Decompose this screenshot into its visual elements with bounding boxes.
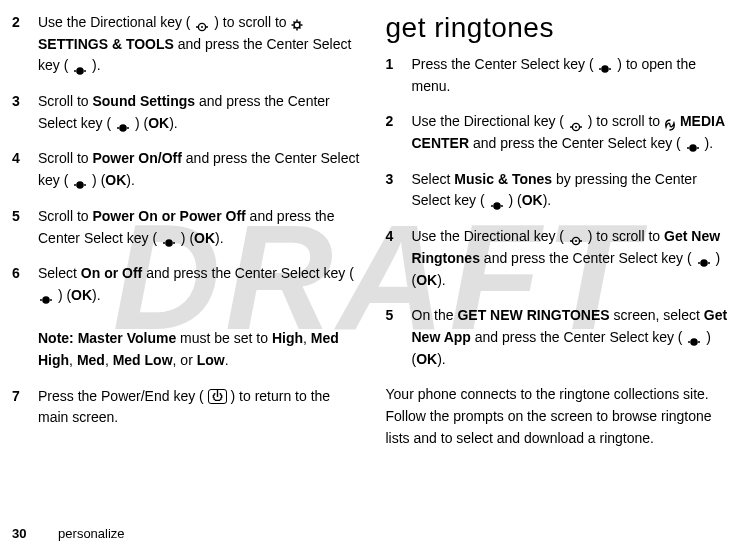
center-select-key-icon <box>161 233 177 243</box>
instruction-step: 2Use the Directional key ( ) to scroll t… <box>386 111 736 154</box>
step-body: Use the Directional key ( ) to scroll to… <box>412 226 736 291</box>
svg-line-11 <box>299 22 300 23</box>
right-steps-list: 1Press the Center Select key ( ) to open… <box>386 54 736 370</box>
svg-point-49 <box>691 338 699 346</box>
step-body: Select Music & Tones by pressing the Cen… <box>412 169 736 212</box>
svg-point-39 <box>493 202 501 210</box>
step-number: 1 <box>386 54 400 97</box>
step-number: 5 <box>12 206 26 249</box>
directional-key-icon <box>568 231 584 241</box>
step-number: 4 <box>12 148 26 191</box>
svg-point-4 <box>294 22 300 28</box>
left-steps-list: 2Use the Directional key ( ) to scroll t… <box>12 12 362 429</box>
media-center-icon <box>664 116 676 128</box>
step-body: Use the Directional key ( ) to scroll to… <box>412 111 736 154</box>
svg-point-20 <box>76 182 84 190</box>
step-number: 5 <box>386 305 400 370</box>
step-number: 3 <box>12 91 26 134</box>
svg-point-18 <box>127 127 129 129</box>
svg-point-29 <box>602 65 610 73</box>
center-select-key-icon <box>38 290 54 300</box>
center-select-key-icon <box>685 138 701 148</box>
step-body: Scroll to Power On/Off and press the Cen… <box>38 148 362 191</box>
instruction-step: 3Scroll to Sound Settings and press the … <box>12 91 362 134</box>
instruction-step: 3Select Music & Tones by pressing the Ce… <box>386 169 736 212</box>
svg-point-30 <box>609 68 611 70</box>
center-select-key-icon <box>72 175 88 185</box>
svg-point-35 <box>687 147 689 149</box>
instruction-step: 5Scroll to Power On or Power Off and pre… <box>12 206 362 249</box>
svg-point-47 <box>708 262 710 264</box>
step-body: Press the Center Select key ( ) to open … <box>412 54 736 97</box>
step-body: On the GET NEW RINGTONES screen, select … <box>412 305 736 370</box>
center-select-key-icon <box>686 332 702 342</box>
svg-point-19 <box>74 184 76 186</box>
svg-line-12 <box>293 27 294 28</box>
svg-point-37 <box>697 147 699 149</box>
svg-point-34 <box>580 126 582 128</box>
svg-point-46 <box>700 259 708 267</box>
svg-point-48 <box>688 341 690 343</box>
svg-point-26 <box>42 296 50 304</box>
step-number: 3 <box>386 169 400 212</box>
step-body: Scroll to Sound Settings and press the C… <box>38 91 362 134</box>
svg-line-9 <box>293 22 294 23</box>
settings-tools-icon <box>291 16 303 28</box>
footer-section-label: personalize <box>58 526 125 541</box>
svg-point-33 <box>575 126 577 128</box>
right-column: get ringtones 1Press the Center Select k… <box>386 12 736 449</box>
svg-point-28 <box>599 68 601 70</box>
instruction-step: 7Press the Power/End key ( ⏻ ) to return… <box>12 386 362 429</box>
svg-point-21 <box>84 184 86 186</box>
svg-point-36 <box>689 145 697 153</box>
left-column: 2Use the Directional key ( ) to scroll t… <box>12 12 362 449</box>
instruction-step: 4Use the Directional key ( ) to scroll t… <box>386 226 736 291</box>
step-body: Scroll to Power On or Power Off and pres… <box>38 206 362 249</box>
instruction-step: 6Select On or Off and press the Center S… <box>12 263 362 371</box>
svg-point-22 <box>163 242 165 244</box>
svg-point-3 <box>206 26 208 28</box>
svg-point-16 <box>117 127 119 129</box>
instruction-step: 4Scroll to Power On/Off and press the Ce… <box>12 148 362 191</box>
center-select-key-icon <box>72 61 88 71</box>
step-number: 7 <box>12 386 26 429</box>
svg-point-2 <box>201 26 203 28</box>
svg-point-50 <box>698 341 700 343</box>
instruction-step: 1Press the Center Select key ( ) to open… <box>386 54 736 97</box>
step-number: 4 <box>386 226 400 291</box>
svg-point-17 <box>119 124 127 132</box>
step-number: 6 <box>12 263 26 371</box>
center-select-key-icon <box>115 118 131 128</box>
right-heading: get ringtones <box>386 12 736 44</box>
svg-point-0 <box>196 26 198 28</box>
svg-point-44 <box>580 240 582 242</box>
svg-point-14 <box>76 67 84 75</box>
svg-point-27 <box>50 299 52 301</box>
svg-point-15 <box>84 70 86 72</box>
page-body: 2Use the Directional key ( ) to scroll t… <box>0 0 753 461</box>
center-select-key-icon <box>489 196 505 206</box>
svg-point-25 <box>40 299 42 301</box>
svg-point-43 <box>575 240 577 242</box>
instruction-step: 2Use the Directional key ( ) to scroll t… <box>12 12 362 77</box>
svg-point-13 <box>74 70 76 72</box>
step-body: Use the Directional key ( ) to scroll to… <box>38 12 362 77</box>
svg-point-23 <box>165 239 173 247</box>
instruction-step: 5On the GET NEW RINGTONES screen, select… <box>386 305 736 370</box>
center-select-key-icon <box>696 253 712 263</box>
svg-line-10 <box>299 27 300 28</box>
svg-point-38 <box>491 205 493 207</box>
center-select-key-icon <box>597 59 613 69</box>
svg-point-24 <box>173 242 175 244</box>
right-after-paragraph: Your phone connects to the ringtone coll… <box>386 384 736 449</box>
directional-key-icon <box>568 117 584 127</box>
svg-point-45 <box>698 262 700 264</box>
page-footer: 30 personalize <box>12 526 125 541</box>
step-body: Select On or Off and press the Center Se… <box>38 263 362 371</box>
svg-point-40 <box>501 205 503 207</box>
step-number: 2 <box>386 111 400 154</box>
step-body: Press the Power/End key ( ⏻ ) to return … <box>38 386 362 429</box>
power-end-key-icon: ⏻ <box>208 389 227 404</box>
step-number: 2 <box>12 12 26 77</box>
page-number: 30 <box>12 526 26 541</box>
